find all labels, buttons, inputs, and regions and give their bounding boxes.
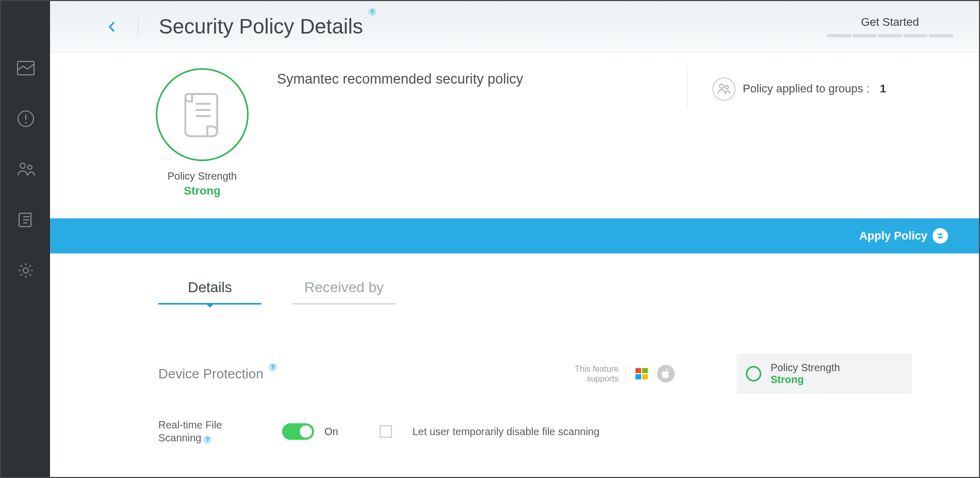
- ps-card-label: Policy Strength: [771, 362, 840, 374]
- setting-label-text: Real-time File Scanning: [158, 419, 222, 443]
- alert-circle-icon: [17, 110, 35, 128]
- disable-scanning-label: Let user temporarily disable file scanni…: [413, 426, 599, 438]
- sidebar-nav: [1, 1, 50, 477]
- svg-point-3: [25, 122, 26, 123]
- scroll-document-icon: [181, 90, 224, 139]
- policy-strength-circle: [156, 68, 249, 161]
- disable-scanning-checkbox[interactable]: [380, 425, 392, 438]
- toggle-state-label: On: [324, 426, 338, 438]
- get-started-widget[interactable]: Get Started: [827, 15, 953, 37]
- page-title: Security Policy Details: [159, 15, 363, 38]
- realtime-scanning-toggle[interactable]: [282, 423, 314, 440]
- section-title-text: Device Protection: [158, 366, 264, 382]
- svg-rect-16: [642, 368, 648, 373]
- groups-icon: [712, 77, 736, 101]
- ps-card-text: Policy Strength Strong: [771, 362, 840, 386]
- tab-details[interactable]: Details: [158, 279, 262, 305]
- feature-supports-text: This feature supports: [575, 364, 618, 384]
- policy-applied-count: 1: [880, 82, 886, 95]
- strength-ring-icon: [746, 366, 761, 381]
- divider: [626, 365, 626, 383]
- apply-policy-button[interactable]: Apply Policy: [859, 228, 948, 244]
- svg-point-4: [20, 163, 25, 168]
- get-started-progress: [827, 34, 953, 37]
- sidebar-item-settings[interactable]: [15, 260, 36, 281]
- chevron-left-icon: [108, 21, 116, 33]
- toggle-knob: [299, 425, 313, 438]
- help-icon[interactable]: ?: [368, 8, 377, 16]
- scroll-document-icon: [17, 211, 35, 229]
- svg-point-9: [23, 268, 28, 273]
- help-icon[interactable]: ?: [203, 436, 211, 444]
- policy-strength-block: Policy Strength Strong: [143, 68, 262, 198]
- svg-point-14: [725, 86, 728, 89]
- users-icon: [17, 161, 35, 178]
- windows-icon: [633, 365, 650, 382]
- policy-applied-label: Policy applied to groups :: [743, 82, 870, 95]
- sidebar-item-policies[interactable]: [15, 210, 36, 230]
- back-button[interactable]: [102, 17, 122, 37]
- policy-applied-box: Policy applied to groups : 1: [687, 68, 886, 109]
- dashboard-icon: [17, 61, 35, 75]
- section-device-protection: Device Protection ? This feature support…: [50, 305, 979, 394]
- supports-line1: This feature: [575, 364, 618, 374]
- policy-strength-label: Policy Strength: [143, 170, 262, 182]
- page-header: Security Policy Details ? Get Started: [50, 1, 979, 53]
- setting-label: Real-time File Scanning?: [158, 419, 262, 444]
- sidebar-item-dashboard[interactable]: [15, 58, 36, 78]
- feature-supports: This feature supports: [575, 364, 675, 384]
- section-title: Device Protection ?: [158, 366, 277, 382]
- apple-icon: [657, 365, 675, 383]
- tabs: Details Received by: [50, 253, 979, 305]
- get-started-label: Get Started: [827, 15, 953, 34]
- svg-rect-17: [635, 374, 641, 379]
- help-icon[interactable]: ?: [269, 363, 277, 371]
- svg-rect-18: [642, 374, 648, 379]
- page-title-wrap: Security Policy Details ?: [138, 15, 377, 38]
- supports-line2: supports: [575, 374, 618, 384]
- action-bar: Apply Policy: [50, 218, 979, 253]
- setting-realtime-scanning: Real-time File Scanning? On Let user tem…: [50, 394, 979, 444]
- main-content: Security Policy Details ? Get Started Po…: [50, 1, 979, 477]
- gear-icon: [17, 262, 35, 279]
- svg-point-5: [28, 165, 32, 169]
- svg-point-13: [720, 84, 724, 88]
- sidebar-item-alerts[interactable]: [15, 108, 36, 129]
- apply-policy-icon: [933, 228, 948, 244]
- content-area: Policy Strength Strong Symantec recommen…: [50, 53, 979, 477]
- policy-summary-row: Policy Strength Strong Symantec recommen…: [50, 53, 979, 218]
- policy-strength-value: Strong: [143, 184, 262, 198]
- svg-rect-15: [635, 368, 641, 373]
- ps-card-value: Strong: [771, 374, 840, 386]
- policy-description: Symantec recommended security policy: [277, 71, 687, 87]
- tab-received-by[interactable]: Received by: [292, 279, 396, 305]
- sidebar-item-users[interactable]: [15, 159, 36, 180]
- policy-strength-card: Policy Strength Strong: [737, 354, 912, 394]
- apply-policy-label: Apply Policy: [859, 229, 927, 243]
- app-frame: Security Policy Details ? Get Started Po…: [0, 0, 980, 478]
